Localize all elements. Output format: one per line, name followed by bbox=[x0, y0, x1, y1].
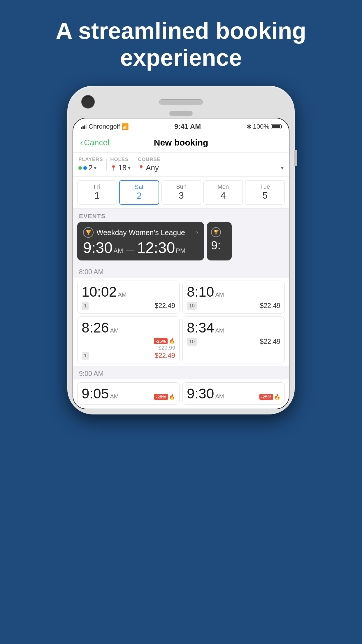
page-title: New booking bbox=[109, 138, 253, 148]
event-dash: — bbox=[126, 246, 134, 255]
events-section-header: EVENTS bbox=[73, 209, 289, 222]
date-selector: Fri 1 Sat 2 Sun 3 Mon bbox=[73, 177, 289, 209]
partial-time: 9: bbox=[211, 239, 221, 252]
side-button bbox=[294, 150, 297, 166]
headline-line2: experience bbox=[120, 45, 242, 71]
battery-icon bbox=[271, 124, 281, 129]
slot-1002-holes: 1 bbox=[82, 302, 89, 310]
bluetooth-icon: ✱ bbox=[247, 123, 252, 130]
slot-826-time: 8:26 bbox=[82, 321, 109, 335]
pin-icon: 📍 bbox=[110, 165, 117, 171]
flame-icon-930: 🔥 bbox=[274, 394, 280, 400]
camera bbox=[81, 95, 95, 108]
slot-1002-time: 10:02 bbox=[82, 285, 117, 299]
players-label: PLAYERS bbox=[78, 157, 103, 162]
slot-826-holes: 1 bbox=[82, 352, 89, 360]
slots-grid-8am: 10:02 AM 1 $22.49 8:10 bbox=[73, 278, 289, 365]
flame-icon-905: 🔥 bbox=[169, 394, 175, 400]
holes-filter[interactable]: HOLES 📍 18 ▾ bbox=[110, 157, 131, 172]
holes-value: 18 bbox=[118, 163, 126, 172]
slot-905-time: 9:05 bbox=[82, 387, 109, 401]
event-card-main[interactable]: 🏆 Weekday Women's League › 9:30 AM — 12:… bbox=[77, 222, 204, 260]
slot-826-discount-badge: -25% bbox=[154, 338, 168, 344]
slot-1002[interactable]: 10:02 AM 1 $22.49 bbox=[77, 281, 180, 314]
back-chevron-icon: ‹ bbox=[80, 138, 83, 148]
carrier-name: Chronogolf bbox=[89, 123, 120, 130]
slot-905[interactable]: 9:05 AM -25% 🔥 bbox=[77, 382, 180, 405]
course-value: Any bbox=[146, 163, 159, 172]
events-label: EVENTS bbox=[79, 213, 106, 219]
dot-blue-icon bbox=[83, 166, 87, 170]
course-dropdown-icon: ▾ bbox=[281, 165, 284, 171]
date-sat-selected[interactable]: Sat 2 bbox=[119, 180, 159, 205]
slot-930-suffix: AM bbox=[215, 393, 224, 400]
date-sun[interactable]: Sun 3 bbox=[161, 180, 201, 205]
slot-930[interactable]: 9:30 AM -25% 🔥 bbox=[182, 382, 285, 405]
trophy-icon-partial: 🏆 bbox=[211, 227, 221, 237]
slots-grid-9am: 9:05 AM -25% 🔥 9:30 bbox=[73, 379, 289, 409]
cancel-button[interactable]: ‹ Cancel bbox=[80, 138, 109, 148]
course-filter[interactable]: COURSE 📍 Any ▾ bbox=[138, 157, 284, 172]
home-button-hint bbox=[169, 111, 193, 116]
event-start-suffix: AM bbox=[113, 247, 123, 255]
slot-834-suffix: AM bbox=[215, 327, 224, 334]
navigation-bar: ‹ Cancel New booking bbox=[73, 134, 289, 153]
status-time: 9:41 AM bbox=[174, 123, 201, 131]
slot-834[interactable]: 8:34 AM 10 $22.49 bbox=[182, 316, 285, 363]
event-start-time: 9:30 bbox=[83, 240, 113, 255]
slot-834-time: 8:34 bbox=[187, 321, 214, 335]
slot-826-suffix: AM bbox=[110, 327, 119, 334]
slot-826[interactable]: 8:26 AM 1 -25% 🔥 $29.99 bbox=[77, 316, 180, 363]
slot-930-time: 9:30 bbox=[187, 387, 214, 401]
flame-icon-826: 🔥 bbox=[169, 338, 175, 344]
time-group-9am-label: 9:00 AM bbox=[79, 370, 103, 377]
course-label: COURSE bbox=[138, 157, 284, 162]
event-card-partial[interactable]: 🏆 9: bbox=[207, 222, 232, 260]
course-pin-icon: 📍 bbox=[138, 165, 144, 171]
event-end-suffix: PM bbox=[176, 247, 185, 255]
slot-834-holes: 10 bbox=[187, 338, 197, 346]
headline-line1: A streamlined booking bbox=[56, 18, 306, 44]
event-chevron-icon: › bbox=[196, 229, 198, 236]
slot-905-suffix: AM bbox=[110, 393, 119, 400]
battery-percent: 100% bbox=[253, 123, 269, 130]
dot-green-icon bbox=[78, 166, 82, 170]
speaker-grille bbox=[159, 99, 203, 105]
players-dropdown-icon: ▾ bbox=[94, 165, 96, 171]
date-fri[interactable]: Fri 1 bbox=[77, 180, 117, 205]
slot-930-discount-badge: -25% bbox=[259, 394, 273, 400]
time-group-8am-header: 8:00 AM bbox=[73, 265, 289, 278]
holes-label: HOLES bbox=[110, 157, 131, 162]
slot-1002-suffix: AM bbox=[118, 291, 126, 298]
slot-826-original-price: $29.99 bbox=[158, 345, 175, 351]
slot-1002-price: $22.49 bbox=[155, 302, 175, 310]
time-group-8am-label: 8:00 AM bbox=[79, 268, 103, 276]
event-name: Weekday Women's League bbox=[96, 228, 185, 237]
slot-810-holes: 10 bbox=[187, 302, 197, 310]
trophy-icon: 🏆 bbox=[83, 227, 94, 238]
date-tue[interactable]: Tue 5 bbox=[245, 180, 285, 205]
slot-810[interactable]: 8:10 AM 10 $22.49 bbox=[182, 281, 285, 314]
date-mon[interactable]: Mon 4 bbox=[203, 180, 243, 205]
wifi-icon: 📶 bbox=[122, 123, 129, 130]
slot-834-price: $22.49 bbox=[260, 338, 280, 346]
headline-text: A streamlined booking experience bbox=[23, 18, 339, 71]
slot-810-price: $22.49 bbox=[260, 302, 280, 310]
signal-icon bbox=[81, 124, 87, 129]
headline-area: A streamlined booking experience bbox=[0, 0, 362, 83]
filters-row: PLAYERS 2 ▾ HOLES bbox=[73, 153, 289, 177]
players-filter[interactable]: PLAYERS 2 ▾ bbox=[78, 157, 103, 172]
slot-826-discounted-price: $22.49 bbox=[155, 352, 175, 360]
events-row: 🏆 Weekday Women's League › 9:30 AM — 12:… bbox=[73, 222, 289, 265]
event-end-time: 12:30 bbox=[137, 240, 175, 255]
players-value: 2 bbox=[88, 163, 92, 172]
slot-905-discount-badge: -25% bbox=[154, 394, 168, 400]
slot-810-suffix: AM bbox=[215, 291, 224, 298]
slot-810-time: 8:10 bbox=[187, 285, 214, 299]
cancel-label[interactable]: Cancel bbox=[84, 138, 109, 147]
holes-dropdown-icon: ▾ bbox=[128, 165, 131, 171]
status-bar: Chronogolf 📶 9:41 AM ✱ 100% bbox=[73, 118, 289, 134]
time-group-9am-header: 9:00 AM bbox=[73, 366, 289, 379]
